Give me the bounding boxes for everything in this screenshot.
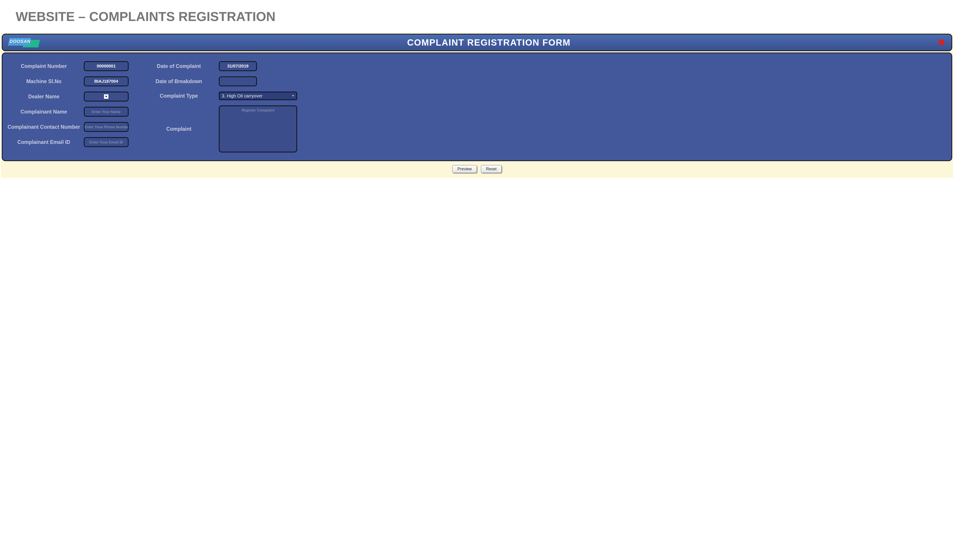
reset-button[interactable]: Reset xyxy=(481,165,502,173)
select-dealer-name[interactable] xyxy=(84,92,129,101)
label-dealer-name: Dealer Name xyxy=(7,93,81,100)
label-machine-slno: Machine Sl.No xyxy=(7,78,81,84)
row-date-of-complaint: Date of Complaint xyxy=(142,61,947,71)
form-container: DOOSAN COMPLAINT REGISTRATION FORM ✖ Com… xyxy=(1,33,953,178)
footer-buttons: Preview Reset xyxy=(2,161,952,178)
input-machine-slno[interactable] xyxy=(84,76,129,86)
row-dealer-name: Dealer Name xyxy=(7,92,129,101)
select-complaint-type[interactable]: 3. High Oil carryover xyxy=(219,92,297,100)
label-date-of-complaint: Date of Complaint xyxy=(142,63,216,69)
row-machine-slno: Machine Sl.No xyxy=(7,76,129,86)
page-heading: WEBSITE – COMPLAINTS REGISTRATION xyxy=(0,0,954,33)
input-complainant-email[interactable] xyxy=(84,137,129,147)
input-complainant-contact[interactable] xyxy=(84,122,129,132)
close-icon[interactable]: ✖ xyxy=(938,38,945,47)
input-complainant-name[interactable] xyxy=(84,107,129,117)
logo-text: DOOSAN xyxy=(9,39,31,44)
row-complainant-name: Complainant Name xyxy=(7,107,129,117)
textarea-complaint[interactable] xyxy=(219,106,297,152)
input-date-of-breakdown[interactable] xyxy=(219,76,257,86)
label-complaint-type: Complaint Type xyxy=(142,93,216,99)
row-date-of-breakdown: Date of Breakdown xyxy=(142,76,947,86)
row-complainant-email: Complainant Email ID xyxy=(7,137,129,147)
input-complaint-number[interactable] xyxy=(84,61,129,71)
input-date-of-complaint[interactable] xyxy=(219,61,257,71)
label-complainant-contact: Complainant Contact Number xyxy=(7,124,81,130)
row-complaint-type: Complaint Type 3. High Oil carryover xyxy=(142,92,947,100)
right-column: Date of Complaint Date of Breakdown Comp… xyxy=(142,61,947,152)
label-complaint-number: Complaint Number xyxy=(7,63,81,69)
doosan-logo: DOOSAN xyxy=(9,37,40,48)
left-column: Complaint Number Machine Sl.No Dealer Na… xyxy=(7,61,129,152)
row-complaint-number: Complaint Number xyxy=(7,61,129,71)
chevron-down-icon xyxy=(292,95,294,96)
form-header: DOOSAN COMPLAINT REGISTRATION FORM ✖ xyxy=(2,34,952,51)
label-complainant-email: Complainant Email ID xyxy=(7,139,81,145)
row-complainant-contact: Complainant Contact Number xyxy=(7,122,129,132)
form-title: COMPLAINT REGISTRATION FORM xyxy=(40,37,938,48)
preview-button[interactable]: Preview xyxy=(452,165,477,173)
label-complainant-name: Complainant Name xyxy=(7,109,81,115)
select-complaint-type-value: 3. High Oil carryover xyxy=(222,93,262,98)
label-date-of-breakdown: Date of Breakdown xyxy=(142,78,216,84)
row-complaint: Complaint xyxy=(142,106,947,152)
form-body: Complaint Number Machine Sl.No Dealer Na… xyxy=(2,53,952,161)
chevron-down-icon xyxy=(104,94,108,99)
label-complaint: Complaint xyxy=(142,126,216,132)
